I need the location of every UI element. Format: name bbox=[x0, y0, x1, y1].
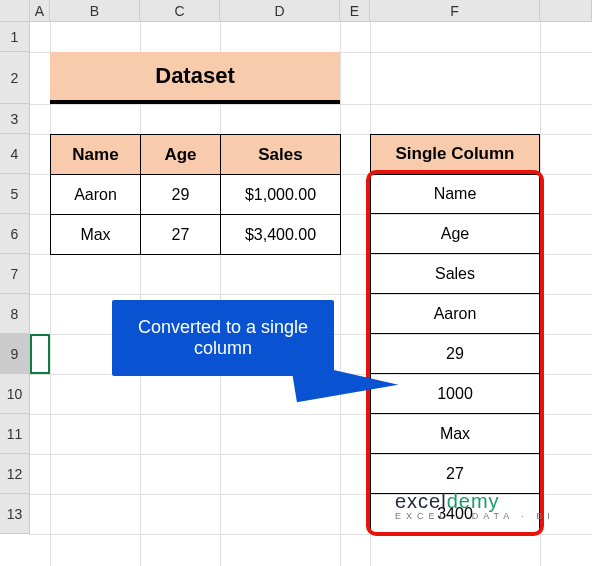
row-header-11[interactable]: 11 bbox=[0, 414, 30, 454]
cell-age[interactable]: 27 bbox=[141, 215, 221, 255]
watermark: exceldemy EXCEL · DATA · BI bbox=[395, 490, 555, 521]
list-item[interactable]: Sales bbox=[370, 254, 540, 294]
page-title: Dataset bbox=[50, 52, 340, 104]
row-header-2[interactable]: 2 bbox=[0, 52, 30, 104]
cell-age[interactable]: 29 bbox=[141, 175, 221, 215]
select-all-corner[interactable] bbox=[0, 0, 30, 22]
spreadsheet: A B C D E F 1 2 3 4 5 6 7 8 9 10 11 12 1… bbox=[0, 0, 592, 566]
table-header-row: Name Age Sales bbox=[51, 135, 341, 175]
brand-logo: exceldemy bbox=[395, 490, 555, 513]
row-header-3[interactable]: 3 bbox=[0, 104, 30, 134]
row-header-6[interactable]: 6 bbox=[0, 214, 30, 254]
col-header-g[interactable] bbox=[540, 0, 592, 22]
list-item[interactable]: 29 bbox=[370, 334, 540, 374]
brand-left: excel bbox=[395, 490, 447, 512]
cell-name[interactable]: Aaron bbox=[51, 175, 141, 215]
list-item[interactable]: 27 bbox=[370, 454, 540, 494]
list-item[interactable]: Name bbox=[370, 174, 540, 214]
list-item[interactable]: Age bbox=[370, 214, 540, 254]
source-table: Name Age Sales Aaron 29 $1,000.00 Max 27… bbox=[50, 134, 341, 255]
col-header-e[interactable]: E bbox=[340, 0, 370, 22]
row-header-5[interactable]: 5 bbox=[0, 174, 30, 214]
row-header-7[interactable]: 7 bbox=[0, 254, 30, 294]
col-header-a[interactable]: A bbox=[30, 0, 50, 22]
row-header-13[interactable]: 13 bbox=[0, 494, 30, 534]
col-header-c[interactable]: C bbox=[140, 0, 220, 22]
table-row: Aaron 29 $1,000.00 bbox=[51, 175, 341, 215]
list-item[interactable]: Aaron bbox=[370, 294, 540, 334]
row-header-9[interactable]: 9 bbox=[0, 334, 30, 374]
table-row: Max 27 $3,400.00 bbox=[51, 215, 341, 255]
col-header-d[interactable]: D bbox=[220, 0, 340, 22]
header-sales[interactable]: Sales bbox=[221, 135, 341, 175]
single-column-list: Name Age Sales Aaron 29 1000 Max 27 3400 bbox=[370, 174, 540, 534]
brand-tagline: EXCEL · DATA · BI bbox=[395, 511, 555, 521]
row-header-4[interactable]: 4 bbox=[0, 134, 30, 174]
annotation-callout: Converted to a single column bbox=[112, 300, 334, 376]
cell-name[interactable]: Max bbox=[51, 215, 141, 255]
cell-sales[interactable]: $1,000.00 bbox=[221, 175, 341, 215]
row-header-1[interactable]: 1 bbox=[0, 22, 30, 52]
row-header-8[interactable]: 8 bbox=[0, 294, 30, 334]
header-name[interactable]: Name bbox=[51, 135, 141, 175]
single-column-header[interactable]: Single Column bbox=[370, 134, 540, 174]
row-header-12[interactable]: 12 bbox=[0, 454, 30, 494]
col-header-b[interactable]: B bbox=[50, 0, 140, 22]
col-header-f[interactable]: F bbox=[370, 0, 540, 22]
row-header-10[interactable]: 10 bbox=[0, 374, 30, 414]
brand-right: demy bbox=[447, 490, 500, 512]
active-cell-indicator bbox=[30, 334, 50, 374]
cell-sales[interactable]: $3,400.00 bbox=[221, 215, 341, 255]
header-age[interactable]: Age bbox=[141, 135, 221, 175]
